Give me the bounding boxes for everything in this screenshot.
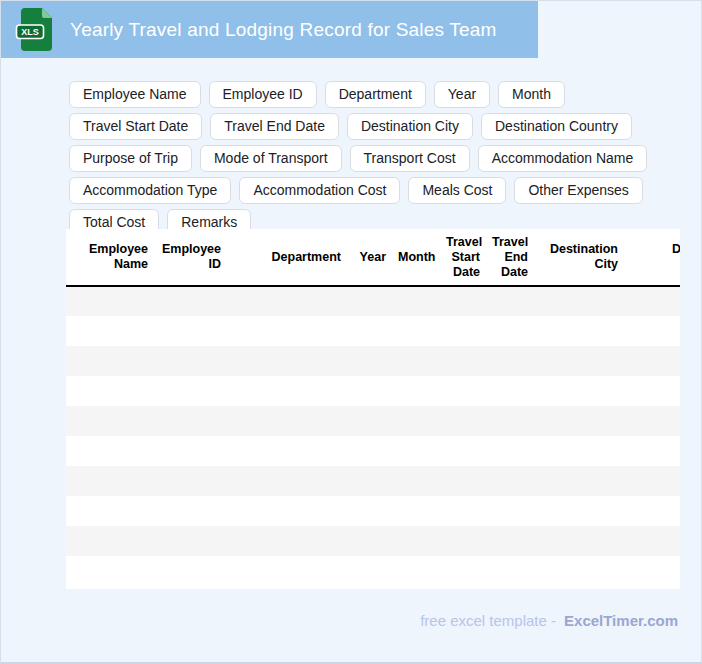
field-chip: Accommodation Type: [69, 177, 231, 204]
footer-brand-link[interactable]: ExcelTimer.com: [564, 612, 678, 629]
field-chip: Mode of Transport: [200, 145, 342, 172]
xls-icon-label: XLS: [21, 27, 39, 37]
table-row: [66, 466, 680, 496]
table-row: [66, 316, 680, 346]
table-row: [66, 556, 680, 586]
column-header: Employee Name: [66, 229, 154, 286]
field-chip: Travel End Date: [210, 113, 339, 140]
table-row: [66, 496, 680, 526]
column-header: Employee ID: [154, 229, 227, 286]
field-chip: Month: [498, 81, 565, 108]
field-chip: Other Expenses: [514, 177, 642, 204]
table-row: [66, 436, 680, 466]
table-row: [66, 376, 680, 406]
field-chip: Destination City: [347, 113, 473, 140]
field-chip: Travel Start Date: [69, 113, 202, 140]
table-row: [66, 286, 680, 316]
field-chip: Meals Cost: [408, 177, 506, 204]
field-chip: Destination Country: [481, 113, 632, 140]
table-row: [66, 346, 680, 376]
field-chip: Accommodation Name: [478, 145, 648, 172]
column-header: Department: [227, 229, 347, 286]
table-row: [66, 526, 680, 556]
record-table-container: Employee NameEmployee IDDepartmentYearMo…: [66, 229, 680, 589]
record-table: Employee NameEmployee IDDepartmentYearMo…: [66, 229, 680, 586]
column-header: Destination City: [534, 229, 624, 286]
table-body: [66, 286, 680, 586]
field-chip: Transport Cost: [350, 145, 470, 172]
field-chip: Year: [434, 81, 490, 108]
page-title: Yearly Travel and Lodging Record for Sal…: [70, 19, 497, 41]
column-header: Month: [392, 229, 440, 286]
field-chip: Employee Name: [69, 81, 201, 108]
template-preview-page: XLS Yearly Travel and Lodging Record for…: [0, 0, 702, 664]
field-chip: Employee ID: [209, 81, 317, 108]
column-header: Destination Country: [624, 229, 680, 286]
column-header: Travel End Date: [486, 229, 534, 286]
title-bar: XLS Yearly Travel and Lodging Record for…: [1, 1, 538, 58]
table-row: [66, 406, 680, 436]
field-chip-list: Employee NameEmployee IDDepartmentYearMo…: [69, 81, 693, 236]
field-chip: Purpose of Trip: [69, 145, 192, 172]
footer-credit: free excel template -ExcelTimer.com: [420, 612, 678, 629]
field-chip: Department: [325, 81, 426, 108]
column-header: Year: [347, 229, 392, 286]
footer-credit-text: free excel template -: [420, 612, 556, 629]
field-chip: Accommodation Cost: [239, 177, 400, 204]
column-header: Travel Start Date: [440, 229, 486, 286]
xls-file-icon: XLS: [14, 6, 56, 53]
table-header-row: Employee NameEmployee IDDepartmentYearMo…: [66, 229, 680, 286]
